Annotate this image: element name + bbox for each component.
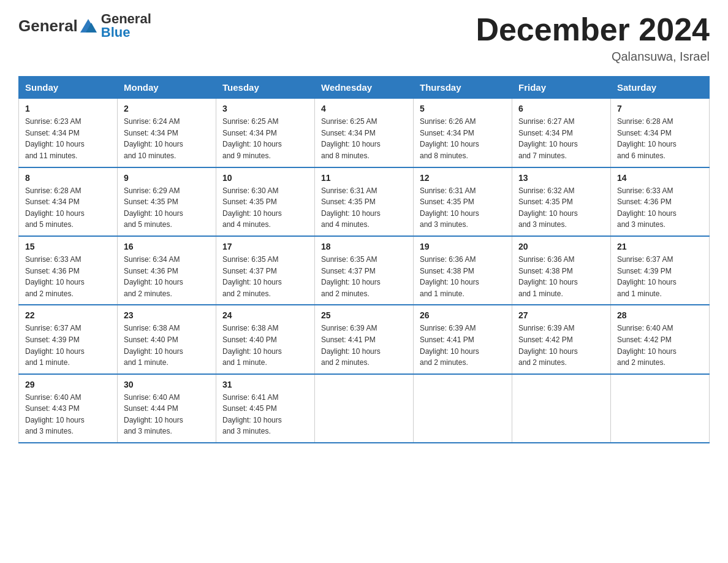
day-info: Sunrise: 6:40 AM Sunset: 4:42 PM Dayligh… [617,323,703,368]
day-info: Sunrise: 6:31 AM Sunset: 4:35 PM Dayligh… [321,185,407,231]
calendar-cell: 14 Sunrise: 6:33 AM Sunset: 4:36 PM Dayl… [611,167,710,236]
day-info: Sunrise: 6:36 AM Sunset: 4:38 PM Dayligh… [518,254,604,299]
day-info: Sunrise: 6:38 AM Sunset: 4:40 PM Dayligh… [124,323,210,368]
day-number: 12 [420,173,506,183]
day-info: Sunrise: 6:34 AM Sunset: 4:36 PM Dayligh… [124,254,210,299]
day-number: 19 [420,242,506,251]
day-number: 16 [124,242,210,251]
day-info: Sunrise: 6:36 AM Sunset: 4:38 PM Dayligh… [420,254,506,299]
calendar-cell: 11 Sunrise: 6:31 AM Sunset: 4:35 PM Dayl… [315,167,414,236]
week-row-1: 1 Sunrise: 6:23 AM Sunset: 4:34 PM Dayli… [19,99,710,167]
day-info: Sunrise: 6:40 AM Sunset: 4:43 PM Dayligh… [25,392,111,437]
day-info: Sunrise: 6:25 AM Sunset: 4:34 PM Dayligh… [222,116,308,161]
calendar-cell [414,374,512,443]
day-info: Sunrise: 6:35 AM Sunset: 4:37 PM Dayligh… [321,254,407,299]
day-number: 10 [222,173,308,183]
day-number: 2 [124,104,210,113]
day-number: 4 [321,104,407,113]
day-number: 24 [222,310,308,320]
day-number: 13 [518,173,604,183]
day-number: 25 [321,310,407,320]
day-number: 30 [124,380,210,389]
calendar-cell: 7 Sunrise: 6:28 AM Sunset: 4:34 PM Dayli… [611,99,710,167]
calendar-table: Sunday Monday Tuesday Wednesday Thursday… [18,76,710,443]
day-info: Sunrise: 6:41 AM Sunset: 4:45 PM Dayligh… [222,392,308,437]
week-row-4: 22 Sunrise: 6:37 AM Sunset: 4:39 PM Dayl… [19,305,710,373]
day-info: Sunrise: 6:33 AM Sunset: 4:36 PM Dayligh… [25,254,111,299]
calendar-subtitle: Qalansuwa, Israel [476,50,710,64]
week-row-3: 15 Sunrise: 6:33 AM Sunset: 4:36 PM Dayl… [19,236,710,305]
calendar-cell: 26 Sunrise: 6:39 AM Sunset: 4:41 PM Dayl… [414,305,512,373]
day-number: 23 [124,310,210,320]
col-saturday: Saturday [611,77,710,99]
col-monday: Monday [118,77,216,99]
col-sunday: Sunday [19,77,118,99]
day-info: Sunrise: 6:32 AM Sunset: 4:35 PM Dayligh… [518,185,604,231]
calendar-cell: 10 Sunrise: 6:30 AM Sunset: 4:35 PM Dayl… [216,167,315,236]
calendar-cell: 23 Sunrise: 6:38 AM Sunset: 4:40 PM Dayl… [118,305,216,373]
calendar-cell: 22 Sunrise: 6:37 AM Sunset: 4:39 PM Dayl… [19,305,118,373]
day-info: Sunrise: 6:25 AM Sunset: 4:34 PM Dayligh… [321,116,407,161]
day-info: Sunrise: 6:33 AM Sunset: 4:36 PM Dayligh… [617,185,703,231]
day-number: 14 [617,173,703,183]
day-info: Sunrise: 6:28 AM Sunset: 4:34 PM Dayligh… [25,185,111,231]
logo-icon [79,17,97,35]
day-info: Sunrise: 6:23 AM Sunset: 4:34 PM Dayligh… [25,116,111,161]
day-number: 7 [617,104,703,113]
day-number: 5 [420,104,506,113]
day-number: 18 [321,242,407,251]
col-thursday: Thursday [414,77,512,99]
day-number: 29 [25,380,111,389]
calendar-cell: 27 Sunrise: 6:39 AM Sunset: 4:42 PM Dayl… [512,305,611,373]
calendar-cell [315,374,414,443]
day-number: 15 [25,242,111,251]
day-number: 27 [518,310,604,320]
logo: General General Blue [18,12,151,39]
calendar-cell: 1 Sunrise: 6:23 AM Sunset: 4:34 PM Dayli… [19,99,118,167]
calendar-cell: 30 Sunrise: 6:40 AM Sunset: 4:44 PM Dayl… [118,374,216,443]
calendar-cell: 17 Sunrise: 6:35 AM Sunset: 4:37 PM Dayl… [216,236,315,305]
calendar-cell: 21 Sunrise: 6:37 AM Sunset: 4:39 PM Dayl… [611,236,710,305]
title-block: December 2024 Qalansuwa, Israel [476,12,710,64]
calendar-cell: 12 Sunrise: 6:31 AM Sunset: 4:35 PM Dayl… [414,167,512,236]
logo-general-text: General [101,12,151,26]
day-info: Sunrise: 6:37 AM Sunset: 4:39 PM Dayligh… [617,254,703,299]
calendar-cell: 3 Sunrise: 6:25 AM Sunset: 4:34 PM Dayli… [216,99,315,167]
day-number: 31 [222,380,308,389]
day-info: Sunrise: 6:39 AM Sunset: 4:42 PM Dayligh… [518,323,604,368]
day-info: Sunrise: 6:30 AM Sunset: 4:35 PM Dayligh… [222,185,308,231]
calendar-cell: 8 Sunrise: 6:28 AM Sunset: 4:34 PM Dayli… [19,167,118,236]
day-info: Sunrise: 6:39 AM Sunset: 4:41 PM Dayligh… [321,323,407,368]
calendar-cell: 6 Sunrise: 6:27 AM Sunset: 4:34 PM Dayli… [512,99,611,167]
calendar-cell: 4 Sunrise: 6:25 AM Sunset: 4:34 PM Dayli… [315,99,414,167]
day-number: 1 [25,104,111,113]
calendar-cell: 16 Sunrise: 6:34 AM Sunset: 4:36 PM Dayl… [118,236,216,305]
day-number: 28 [617,310,703,320]
calendar-cell [611,374,710,443]
day-number: 26 [420,310,506,320]
day-info: Sunrise: 6:29 AM Sunset: 4:35 PM Dayligh… [124,185,210,231]
calendar-header-row: Sunday Monday Tuesday Wednesday Thursday… [19,77,710,99]
calendar-cell: 9 Sunrise: 6:29 AM Sunset: 4:35 PM Dayli… [118,167,216,236]
day-number: 22 [25,310,111,320]
week-row-5: 29 Sunrise: 6:40 AM Sunset: 4:43 PM Dayl… [19,374,710,443]
logo-text: General [18,17,99,36]
day-info: Sunrise: 6:31 AM Sunset: 4:35 PM Dayligh… [420,185,506,231]
col-friday: Friday [512,77,611,99]
day-info: Sunrise: 6:28 AM Sunset: 4:34 PM Dayligh… [617,116,703,161]
day-number: 21 [617,242,703,251]
day-info: Sunrise: 6:24 AM Sunset: 4:34 PM Dayligh… [124,116,210,161]
calendar-cell: 5 Sunrise: 6:26 AM Sunset: 4:34 PM Dayli… [414,99,512,167]
page-header: General General Blue December 2024 Qalan… [18,12,710,64]
calendar-cell: 24 Sunrise: 6:38 AM Sunset: 4:40 PM Dayl… [216,305,315,373]
day-number: 11 [321,173,407,183]
week-row-2: 8 Sunrise: 6:28 AM Sunset: 4:34 PM Dayli… [19,167,710,236]
day-number: 17 [222,242,308,251]
calendar-cell: 2 Sunrise: 6:24 AM Sunset: 4:34 PM Dayli… [118,99,216,167]
logo-general: General [18,17,78,36]
col-wednesday: Wednesday [315,77,414,99]
calendar-cell: 31 Sunrise: 6:41 AM Sunset: 4:45 PM Dayl… [216,374,315,443]
calendar-cell: 20 Sunrise: 6:36 AM Sunset: 4:38 PM Dayl… [512,236,611,305]
calendar-cell: 18 Sunrise: 6:35 AM Sunset: 4:37 PM Dayl… [315,236,414,305]
calendar-cell [512,374,611,443]
